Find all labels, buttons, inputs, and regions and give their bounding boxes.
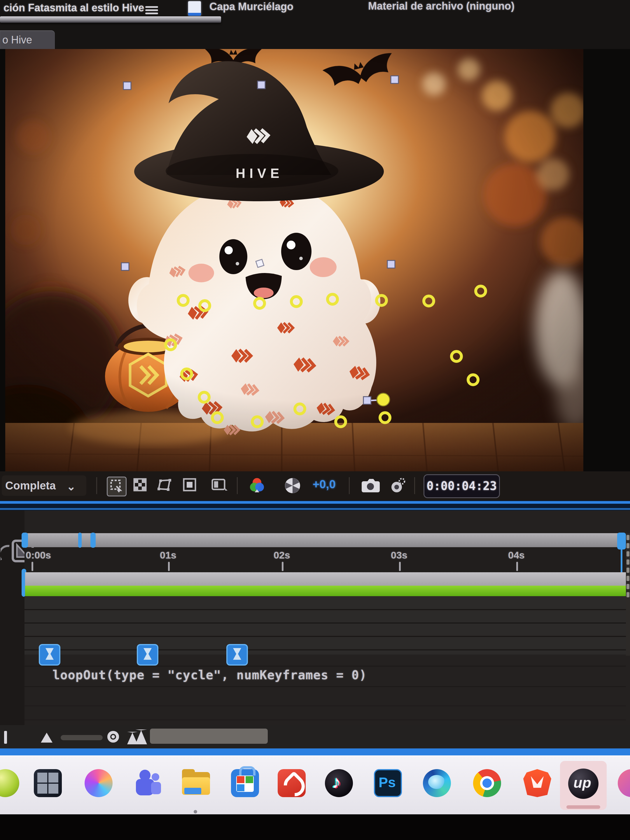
layer-color-swatch[interactable] [188, 1, 201, 16]
acrobat-icon[interactable] [278, 769, 306, 797]
zoom-slider-knob[interactable] [107, 731, 119, 742]
toolbar-separator [349, 477, 350, 494]
file-explorer-icon[interactable] [182, 769, 210, 797]
work-area-start-marker[interactable] [22, 532, 26, 548]
exposure-value[interactable]: +0,0 [313, 478, 336, 491]
music-note-icon: ♪ [332, 772, 341, 792]
grid-guides-icon[interactable] [107, 477, 126, 496]
edge-icon[interactable] [423, 769, 451, 797]
layer-duration-bar-green[interactable] [25, 586, 626, 596]
layer-rows [25, 596, 626, 655]
green-app-icon[interactable] [0, 769, 19, 797]
layer-name-label: Capa Murciélago [209, 1, 294, 13]
timeline-bottom-toolbar [0, 725, 630, 748]
channels-icon[interactable] [248, 477, 266, 495]
chevron-down-icon: ⌄ [66, 480, 76, 493]
panel-edge-highlight [0, 16, 221, 23]
running-app-indicator [194, 810, 197, 813]
navigator-marker[interactable] [78, 532, 82, 548]
windows-taskbar: ♪ Ps up [0, 755, 630, 815]
keyframe-icon[interactable] [226, 644, 248, 666]
zoom-slider[interactable] [61, 735, 103, 740]
footage-source-label: Material de archivo (ninguno) [368, 0, 515, 12]
snapshot-icon[interactable] [361, 477, 379, 495]
upwork-icon[interactable]: up [568, 769, 598, 799]
viewer-tab-label: o Hive [2, 34, 32, 46]
ruler-tick-label: 04s [508, 549, 525, 561]
toolbar-separator [414, 477, 415, 494]
zoom-in-icon[interactable] [127, 730, 148, 744]
playhead[interactable] [617, 532, 626, 549]
viewer-toolbar: Completa ⌄ +0,0 [0, 471, 630, 501]
mask-path-icon[interactable] [156, 477, 174, 495]
ruler-tick-label: 0:00s [26, 549, 51, 561]
expression-field[interactable]: loopOut(type = "cycle", numKeyframes = 0… [52, 668, 367, 682]
vertical-scrollbar[interactable] [626, 533, 630, 656]
photoshop-icon[interactable]: Ps [374, 769, 402, 797]
time-ruler[interactable] [25, 548, 626, 573]
chrome-icon[interactable] [473, 769, 501, 797]
selected-mask-vertex[interactable] [377, 393, 390, 406]
timeline-panel: 0:00s 01s 02s 03s 04s loo [0, 510, 630, 748]
copilot-icon[interactable] [85, 769, 112, 797]
show-snapshot-icon[interactable] [388, 477, 406, 495]
app-title-bar: ción Fatasmita al estilo Hive Capa Murci… [0, 0, 630, 49]
microsoft-store-icon[interactable] [231, 769, 259, 797]
active-app-underline [567, 805, 600, 809]
magnification-dropdown[interactable]: Completa ⌄ [2, 475, 86, 496]
composition-title: ción Fatasmita al estilo Hive [3, 2, 144, 14]
teams-icon[interactable] [134, 769, 162, 797]
photographed-screen: ción Fatasmita al estilo Hive Capa Murci… [0, 0, 630, 840]
screen-bezel [0, 814, 630, 840]
region-of-interest-icon[interactable] [182, 477, 199, 495]
ruler-tick-label: 03s [391, 549, 407, 561]
exposure-icon[interactable] [284, 477, 302, 495]
comp-canvas: HIVE [5, 49, 583, 471]
time-navigator-bar[interactable] [25, 533, 626, 547]
layer-anchor-marker[interactable] [256, 259, 264, 267]
panel-menu-icon[interactable] [145, 5, 158, 14]
keyframe-icon[interactable] [137, 644, 158, 666]
brave-icon[interactable] [523, 769, 551, 797]
composition-viewer-tab[interactable]: o Hive [0, 30, 55, 49]
zoom-out-icon[interactable] [41, 733, 52, 742]
comp-marker-icon[interactable] [4, 731, 7, 744]
start-button[interactable] [34, 769, 62, 797]
composition-viewport[interactable]: HIVE [5, 49, 583, 471]
magnification-label: Completa [5, 480, 56, 492]
timecode-value: 0:00:04:23 [425, 479, 499, 493]
toolbar-separator [237, 477, 238, 494]
toolbar-separator [96, 477, 97, 494]
tiktok-icon[interactable]: ♪ [325, 769, 353, 797]
panel-focus-divider [0, 501, 630, 510]
partial-app-icon[interactable] [618, 769, 630, 797]
horizontal-scrollbar[interactable] [150, 729, 268, 744]
ruler-tick-label: 02s [273, 549, 290, 561]
ruler-tick-label: 01s [160, 549, 177, 561]
window-bottom-edge [0, 748, 630, 755]
timecode-field[interactable]: 0:00:04:23 [423, 474, 500, 498]
navigator-end-handle[interactable] [90, 532, 96, 548]
upwork-active-tile[interactable]: up [560, 761, 607, 810]
transparency-grid-icon[interactable] [132, 477, 150, 495]
view-layout-icon[interactable] [211, 477, 229, 495]
layer-duration-bar-selected[interactable] [25, 572, 626, 586]
keyframe-icon[interactable] [39, 644, 60, 666]
